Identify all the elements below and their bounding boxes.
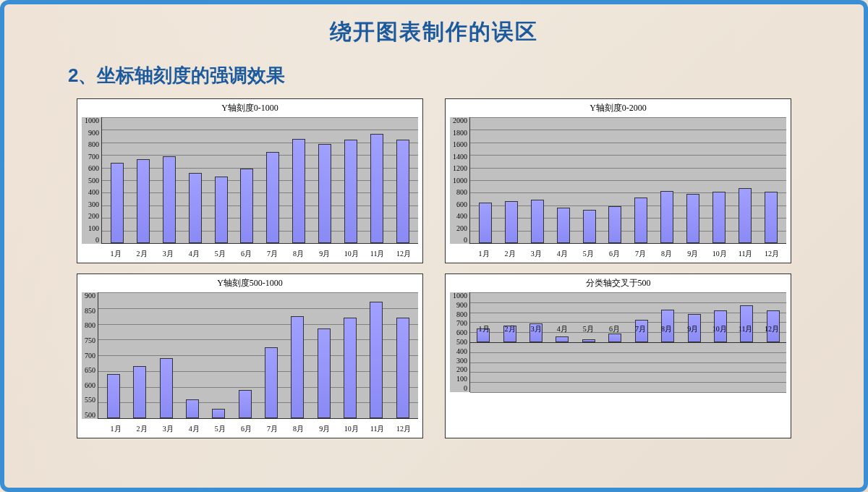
data-bar [557, 208, 570, 243]
data-bar [107, 374, 120, 418]
data-bar [479, 203, 492, 243]
data-bar [163, 156, 176, 243]
y-tick-label: 900 [85, 292, 95, 300]
x-tick-label: 4月 [556, 249, 569, 259]
y-tick-label: 700 [85, 352, 95, 360]
x-axis-labels: 1月2月3月4月5月6月7月8月9月10月11月12月 [469, 247, 786, 263]
x-tick-label: 7月 [266, 424, 279, 434]
y-tick-label: 100 [85, 225, 99, 232]
x-tick-label: 9月 [686, 249, 699, 259]
x-tick-label: 5月 [582, 324, 595, 334]
x-tick-label: 12月 [765, 249, 778, 259]
plot-area: 10009008007006005004003002001000 [450, 292, 786, 392]
y-tick-label: 850 [85, 308, 95, 315]
y-tick-label: 400 [85, 189, 99, 196]
chart-title: Y轴刻度0-1000 [77, 99, 422, 116]
y-tick-label: 600 [85, 165, 99, 172]
data-bar [160, 358, 173, 418]
data-bar [370, 302, 383, 418]
bars [470, 292, 786, 392]
x-tick-label: 7月 [634, 249, 647, 259]
y-tick-label: 400 [453, 348, 467, 355]
y-axis-labels: 10009008007006005004003002001000 [450, 292, 469, 392]
sub-title: 2、坐标轴刻度的强调效果 [68, 63, 820, 88]
y-axis-labels: 2000180016001400120010008006004002000 [450, 117, 469, 244]
data-bar [582, 339, 595, 342]
data-bar [686, 194, 699, 243]
x-axis-labels: 1月2月3月4月5月6月7月8月9月10月11月12月 [101, 247, 418, 263]
y-tick-label: 900 [453, 302, 467, 309]
x-tick-label: 10月 [712, 249, 726, 259]
chart-y-500-1000: Y轴刻度500-1000 900850800750700650600550500… [77, 273, 423, 438]
x-tick-label: 5月 [213, 249, 226, 259]
x-tick-label: 2月 [503, 324, 516, 334]
x-tick-label: 8月 [660, 249, 673, 259]
y-tick-label: 600 [453, 201, 467, 208]
bars [470, 117, 786, 243]
y-tick-label: 550 [85, 396, 95, 404]
data-bar [318, 328, 331, 418]
x-tick-label: 3月 [529, 324, 542, 334]
x-tick-label: 12月 [396, 424, 409, 434]
data-bar [186, 399, 199, 418]
y-tick-label: 1000 [453, 177, 467, 184]
y-tick-label: 1000 [85, 117, 99, 124]
x-tick-label: 11月 [370, 424, 383, 434]
data-bar [239, 390, 252, 418]
y-tick-label: 1200 [453, 165, 467, 172]
plot [469, 292, 786, 392]
y-tick-label: 800 [85, 322, 95, 329]
y-tick-label: 500 [453, 339, 467, 346]
bars [98, 292, 418, 418]
x-tick-label: 9月 [318, 249, 331, 259]
y-tick-label: 800 [453, 311, 467, 318]
plot-area: 2000180016001400120010008006004002000 [450, 117, 786, 244]
x-axis-labels: 1月2月3月4月5月6月7月8月9月10月11月12月 [101, 422, 418, 438]
chart-title: Y轴刻度0-2000 [446, 99, 791, 116]
data-bar [396, 140, 409, 243]
plot [101, 117, 418, 244]
x-tick-label: 8月 [292, 424, 305, 434]
slide: 绕开图表制作的误区 2、坐标轴刻度的强调效果 Y轴刻度0-1000 100090… [4, 4, 864, 488]
x-tick-label: 7月 [634, 324, 647, 334]
data-bar [344, 140, 357, 243]
x-tick-label: 8月 [660, 324, 673, 334]
chart-y-0-2000: Y轴刻度0-2000 20001800160014001200100080060… [445, 98, 791, 263]
y-tick-label: 0 [453, 237, 467, 244]
x-tick-label: 9月 [686, 324, 699, 334]
y-tick-label: 800 [453, 189, 467, 196]
charts-grid: Y轴刻度0-1000 10009008007006005004003002001… [48, 98, 820, 438]
data-bar [215, 177, 228, 243]
plot-area: 10009008007006005004003002001000 [82, 117, 418, 244]
x-tick-label: 7月 [266, 249, 279, 259]
x-tick-label: 1月 [477, 249, 490, 259]
x-tick-label: 4月 [187, 249, 200, 259]
x-tick-label: 12月 [396, 249, 409, 259]
x-tick-label: 6月 [608, 249, 621, 259]
y-tick-label: 200 [453, 225, 467, 232]
y-tick-label: 1800 [453, 130, 467, 137]
plot [98, 292, 418, 419]
y-tick-label: 800 [85, 141, 99, 148]
data-bar [765, 192, 778, 243]
x-tick-label: 11月 [739, 324, 752, 334]
x-tick-label: 6月 [239, 249, 252, 259]
x-tick-label: 2月 [135, 424, 148, 434]
data-bar [660, 191, 673, 243]
data-bar [212, 409, 225, 418]
x-tick-label: 12月 [765, 324, 778, 334]
x-tick-label: 5月 [582, 249, 595, 259]
y-tick-label: 500 [85, 412, 95, 419]
plot-area: 900850800750700650600550500 [82, 292, 418, 419]
x-tick-label: 4月 [187, 424, 200, 434]
data-bar [396, 318, 409, 418]
bars [102, 117, 418, 243]
data-bar [189, 173, 202, 243]
plot [469, 117, 786, 244]
x-tick-label: 3月 [161, 249, 174, 259]
x-tick-label: 10月 [344, 424, 357, 434]
x-tick-label: 11月 [370, 249, 383, 259]
y-tick-label: 0 [453, 385, 467, 392]
data-bar [111, 163, 124, 243]
y-tick-label: 700 [453, 320, 467, 327]
